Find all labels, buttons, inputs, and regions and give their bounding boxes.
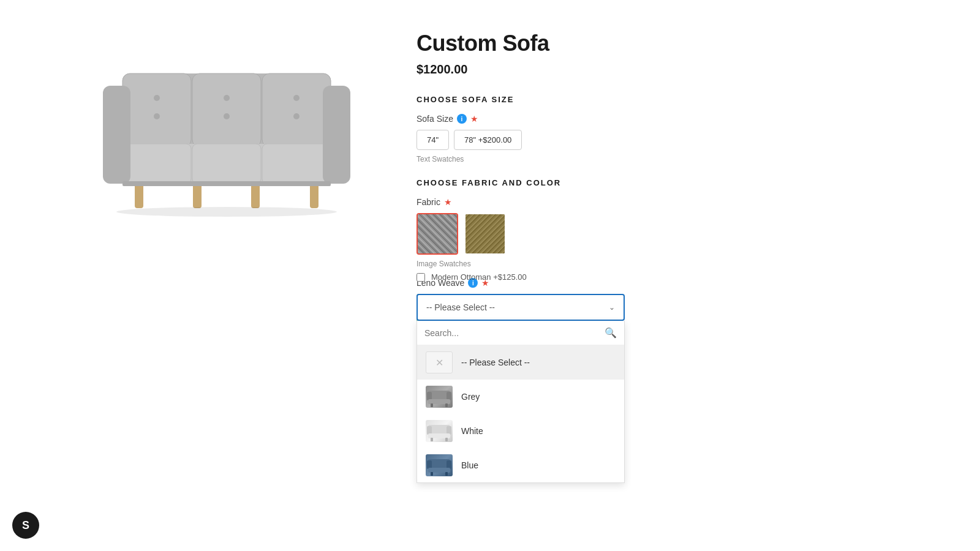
svg-point-7 — [224, 113, 230, 119]
leno-weave-dropdown-panel: 🔍 ✕ -- Please Select -- — [417, 321, 625, 483]
svg-rect-29 — [427, 426, 432, 435]
sofa-size-heading: CHOOSE SOFA SIZE — [417, 95, 907, 104]
svg-rect-18 — [251, 182, 260, 208]
image-swatches-label: Image Swatches — [417, 260, 907, 268]
ottoman-addon-label: Modern Ottoman +$125.00 — [431, 272, 527, 282]
fabric-swatch-woven[interactable] — [417, 213, 458, 255]
svg-rect-24 — [447, 392, 451, 400]
svg-point-5 — [154, 113, 160, 119]
svg-rect-23 — [427, 392, 432, 400]
dropdown-option-blue[interactable]: Blue — [417, 448, 624, 482]
svg-rect-11 — [123, 144, 191, 184]
dropdown-option-grey[interactable]: Grey — [417, 380, 624, 414]
svg-rect-16 — [135, 182, 143, 208]
fabric-woven-texture — [418, 214, 457, 253]
grey-sofa-thumb — [426, 386, 453, 408]
svg-rect-31 — [428, 433, 450, 438]
svg-rect-3 — [262, 73, 331, 147]
svg-rect-30 — [447, 426, 451, 435]
search-icon[interactable]: 🔍 — [605, 327, 617, 339]
svg-rect-39 — [445, 472, 448, 476]
svg-rect-14 — [103, 86, 130, 184]
dropdown-selected-value: -- Please Select -- — [426, 302, 495, 312]
shopify-icon: S — [22, 519, 29, 532]
svg-point-6 — [224, 95, 230, 101]
leno-weave-dropdown-trigger[interactable]: -- Please Select -- ⌄ — [417, 294, 625, 321]
sofa-size-info-icon[interactable]: i — [457, 114, 467, 124]
size-swatch-74[interactable]: 74" — [417, 130, 449, 150]
fabric-swatch-olive[interactable] — [464, 213, 506, 255]
svg-rect-20 — [123, 181, 331, 186]
product-title: Custom Sofa — [417, 31, 907, 56]
svg-rect-36 — [447, 460, 451, 469]
size-swatch-78[interactable]: 78" +$200.00 — [454, 130, 522, 150]
svg-rect-25 — [428, 399, 450, 404]
sofa-size-label: Sofa Size i ★ — [417, 114, 907, 124]
leno-weave-section: Leno Weave i ★ -- Please Select -- ⌄ 🔍 — [417, 278, 907, 321]
option-please-select-label: -- Please Select -- — [461, 358, 530, 367]
svg-point-4 — [154, 95, 160, 101]
svg-rect-13 — [262, 144, 331, 184]
dropdown-search-container: 🔍 — [417, 321, 624, 345]
dropdown-option-please-select[interactable]: ✕ -- Please Select -- — [417, 345, 624, 380]
x-placeholder-icon: ✕ — [426, 351, 453, 373]
product-info-column: Custom Sofa $1200.00 CHOOSE SOFA SIZE So… — [417, 24, 907, 331]
fabric-olive-texture — [466, 214, 505, 253]
option-grey-label: Grey — [461, 392, 480, 402]
fabric-color-heading: CHOOSE FABRIC AND COLOR — [417, 178, 907, 187]
fabric-required: ★ — [444, 197, 452, 207]
svg-rect-12 — [192, 144, 261, 184]
svg-rect-27 — [445, 403, 448, 407]
product-image — [86, 37, 368, 220]
shopify-badge[interactable]: S — [12, 512, 39, 539]
svg-rect-17 — [193, 182, 202, 208]
product-price: $1200.00 — [417, 62, 907, 77]
ottoman-addon-row: Modern Ottoman +$125.00 — [417, 272, 527, 282]
svg-rect-1 — [123, 73, 191, 147]
fabric-swatches-container — [417, 213, 907, 255]
option-blue-label: Blue — [461, 460, 478, 470]
size-swatches-container: 74" 78" +$200.00 — [417, 130, 907, 150]
svg-rect-35 — [427, 460, 432, 469]
leno-weave-dropdown-wrapper: -- Please Select -- ⌄ 🔍 — [417, 294, 625, 321]
option-white-label: White — [461, 426, 483, 436]
svg-rect-26 — [431, 403, 433, 407]
dropdown-options-list: ✕ -- Please Select -- — [417, 345, 624, 482]
chevron-down-icon: ⌄ — [609, 303, 615, 312]
svg-rect-32 — [431, 438, 433, 441]
sofa-size-required: ★ — [470, 114, 478, 124]
svg-rect-37 — [428, 468, 450, 473]
text-swatches-label: Text Swatches — [417, 155, 907, 163]
blue-sofa-thumb — [426, 454, 453, 476]
svg-point-21 — [116, 207, 337, 217]
svg-point-9 — [293, 113, 300, 119]
product-image-column — [74, 24, 380, 220]
svg-rect-15 — [323, 86, 350, 184]
dropdown-search-input[interactable] — [424, 328, 600, 338]
svg-rect-2 — [192, 73, 261, 147]
ottoman-checkbox[interactable] — [417, 273, 425, 282]
svg-rect-19 — [310, 182, 318, 208]
dropdown-option-white[interactable]: White — [417, 414, 624, 448]
white-sofa-thumb — [426, 420, 453, 442]
svg-point-8 — [293, 95, 300, 101]
svg-rect-33 — [445, 438, 448, 441]
svg-rect-38 — [431, 472, 433, 476]
sofa-svg — [86, 37, 368, 220]
fabric-label: Fabric ★ — [417, 197, 907, 207]
